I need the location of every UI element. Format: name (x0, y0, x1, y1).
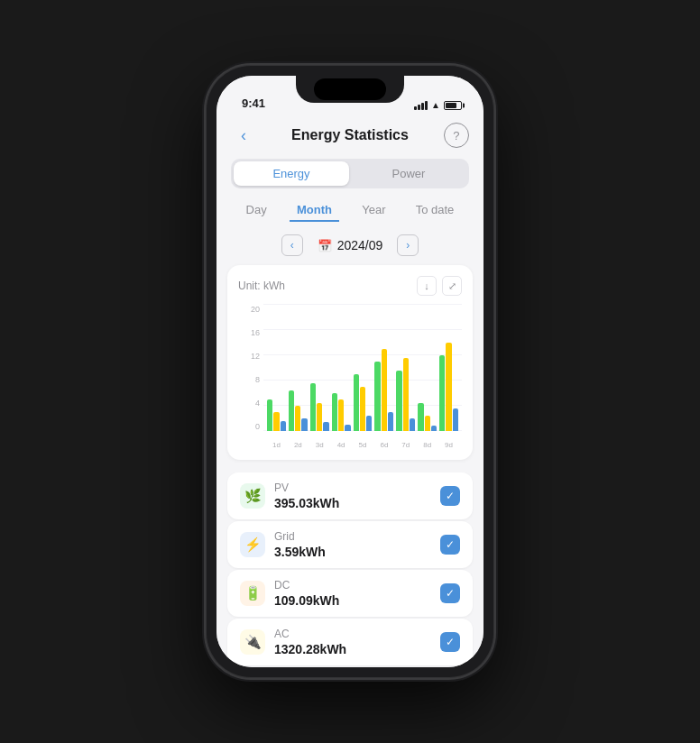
tab-power[interactable]: Power (351, 161, 466, 186)
prev-date-button[interactable]: ‹ (281, 234, 303, 256)
chart-header: Unit: kWh ↓ ⤢ (238, 276, 462, 296)
chart-x-labels: 1d 2d 3d 4d 5d 6d 7d 8d 9d (263, 441, 462, 449)
grid-label: Grid (274, 530, 326, 543)
chart-y-labels: 0 4 8 12 16 20 (238, 305, 260, 431)
header: ‹ Energy Statistics ? (216, 115, 484, 159)
pv-icon: 🌿 (240, 483, 265, 509)
x-label-7d: 7d (396, 441, 415, 449)
grid-icon: ⚡ (240, 532, 265, 557)
grid-check[interactable]: ✓ (440, 535, 460, 555)
legend-pv: 🌿 PV 395.03kWh ✓ (227, 472, 473, 519)
download-button[interactable]: ↓ (417, 276, 437, 296)
bar-group-3 (310, 305, 329, 431)
dc-icon: 🔋 (240, 581, 265, 606)
y-label-8: 8 (238, 375, 260, 384)
x-label-8d: 8d (418, 441, 437, 449)
period-todate[interactable]: To date (409, 199, 462, 222)
bar-group-1 (267, 305, 286, 431)
x-label-4d: 4d (332, 441, 351, 449)
bar-group-9 (439, 305, 458, 431)
chart-area: 0 4 8 12 16 20 (238, 305, 462, 449)
bar-group-7 (396, 305, 415, 431)
ac-value: 1320.28kWh (274, 642, 346, 656)
period-month[interactable]: Month (290, 199, 339, 222)
chart-bars-area (263, 305, 462, 431)
legend-dc: 🔋 DC 109.09kWh ✓ (227, 570, 473, 617)
back-button[interactable]: ‹ (231, 123, 256, 148)
calendar-icon: 📅 (318, 239, 332, 252)
ac-label: AC (274, 628, 346, 640)
period-day[interactable]: Day (239, 199, 274, 222)
help-button[interactable]: ? (444, 123, 469, 148)
app-content: ‹ Energy Statistics ? Energy Power Day M… (216, 115, 484, 667)
wifi-icon: ▲ (431, 100, 440, 110)
dc-label: DC (274, 579, 339, 592)
x-label-5d: 5d (354, 441, 373, 449)
x-label-9d: 9d (439, 441, 458, 449)
x-label-3d: 3d (310, 441, 329, 449)
status-time: 9:41 (238, 96, 265, 110)
expand-button[interactable]: ⤢ (442, 276, 462, 296)
ac-icon: 🔌 (240, 629, 265, 655)
battery-icon (444, 101, 462, 110)
dc-value: 109.09kWh (274, 593, 339, 608)
period-year[interactable]: Year (355, 199, 392, 222)
bar-group-4 (332, 305, 351, 431)
legend-cards: 🌿 PV 395.03kWh ✓ ⚡ Grid (216, 469, 484, 667)
y-label-20: 20 (238, 305, 260, 314)
y-label-0: 0 (238, 422, 260, 431)
bar-group-5 (354, 305, 373, 431)
bar-group-2 (289, 305, 308, 431)
bar-group-6 (374, 305, 393, 431)
tab-switch: Energy Power (231, 159, 469, 188)
chart-actions: ↓ ⤢ (417, 276, 462, 296)
x-label-2d: 2d (289, 441, 308, 449)
chart-card: Unit: kWh ↓ ⤢ 0 (227, 265, 473, 460)
signal-icon (414, 101, 428, 110)
status-icons: ▲ (414, 100, 462, 110)
legend-ac: 🔌 AC 1320.28kWh ✓ (227, 619, 473, 665)
ac-check[interactable]: ✓ (440, 632, 460, 652)
pv-label: PV (274, 482, 339, 494)
period-tabs: Day Month Year To date (216, 199, 484, 231)
tab-energy[interactable]: Energy (234, 161, 349, 186)
next-date-button[interactable]: › (397, 234, 419, 256)
bars-container (263, 305, 462, 431)
grid-value: 3.59kWh (274, 545, 326, 559)
date-label: 📅 2024/09 (318, 238, 383, 252)
pv-value: 395.03kWh (274, 496, 339, 510)
y-label-4: 4 (238, 399, 260, 408)
x-label-1d: 1d (267, 441, 286, 449)
y-label-12: 12 (238, 352, 260, 361)
pv-check[interactable]: ✓ (440, 486, 460, 506)
x-label-6d: 6d (374, 441, 393, 449)
date-nav: ‹ 📅 2024/09 › (216, 231, 484, 265)
chart-unit: Unit: kWh (238, 280, 285, 292)
bar-group-8 (418, 305, 437, 431)
dc-check[interactable]: ✓ (440, 583, 460, 603)
legend-grid: ⚡ Grid 3.59kWh ✓ (227, 521, 473, 568)
page-title: Energy Statistics (291, 127, 409, 143)
y-label-16: 16 (238, 328, 260, 337)
